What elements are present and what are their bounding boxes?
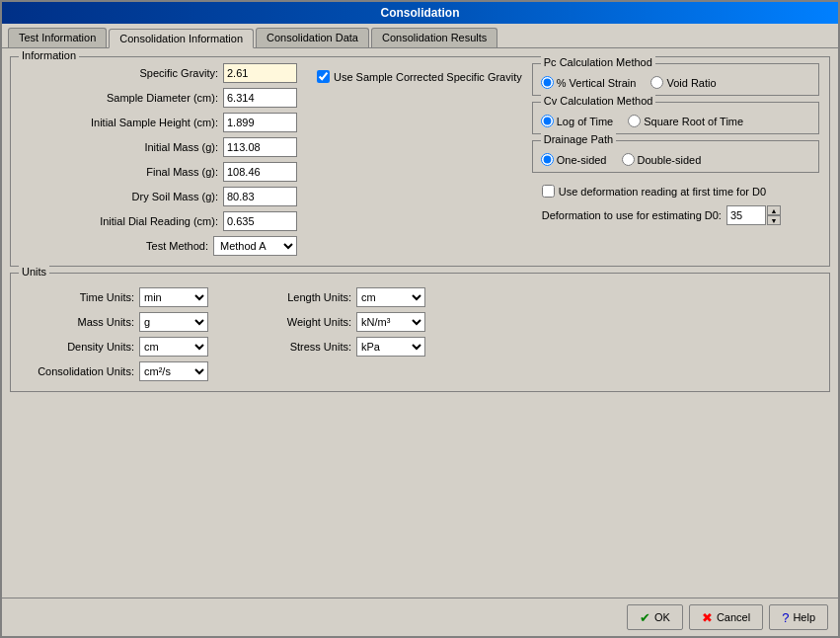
cancel-icon: ✖ <box>702 610 713 625</box>
cv-sqrt-time-radio[interactable] <box>628 115 641 127</box>
units-section: Time Units:minsechrMass Units:gkglbDensi… <box>21 287 819 381</box>
field-input-6[interactable] <box>223 211 297 231</box>
left-unit-select-3[interactable]: cm²/sm²/sin²/s <box>139 361 208 381</box>
field-input-4[interactable] <box>223 162 297 182</box>
right-unit-label-1: Weight Units: <box>238 316 356 328</box>
cv-sqrt-time-label: Square Root of Time <box>644 116 743 127</box>
d0-decrement-button[interactable]: ▼ <box>767 215 781 225</box>
tab-consolidation-information[interactable]: Consolidation Information <box>109 29 254 48</box>
pc-vertical-strain-label: % Vertical Strain <box>557 77 637 89</box>
pc-method-group: Pc Calculation Method % Vertical Strain … <box>532 63 819 96</box>
field-row-0: Specific Gravity: <box>21 63 297 83</box>
bottom-bar: ✔ OK ✖ Cancel ? Help <box>2 598 838 636</box>
drainage-double-sided-label: Double-sided <box>638 154 702 166</box>
right-unit-row-0: Length Units:cmmin <box>238 287 425 307</box>
field-label-1: Sample Diameter (cm): <box>21 92 223 104</box>
right-unit-select-0[interactable]: cmmin <box>356 287 425 307</box>
pc-void-ratio-radio[interactable] <box>650 76 663 89</box>
left-unit-label-3: Consolidation Units: <box>21 365 139 377</box>
field-row-3: Initial Mass (g): <box>21 137 297 157</box>
d0-row: Deformation to use for estimating D0: ▲ … <box>542 205 819 225</box>
ok-label: OK <box>654 611 670 623</box>
cv-log-time-radio[interactable] <box>541 115 554 127</box>
drainage-double-sided-radio[interactable] <box>622 153 635 166</box>
left-unit-row-3: Consolidation Units:cm²/sm²/sin²/s <box>21 361 208 381</box>
ok-button[interactable]: ✔ OK <box>627 604 683 630</box>
cancel-label: Cancel <box>717 611 750 623</box>
pc-void-ratio-option: Void Ratio <box>650 76 716 89</box>
left-unit-select-2[interactable]: cmmin <box>139 337 208 357</box>
field-label-3: Initial Mass (g): <box>21 141 223 153</box>
right-unit-row-1: Weight Units:kN/m³N/m³lb/ft³ <box>238 312 425 332</box>
drainage-double-sided-option: Double-sided <box>622 153 702 166</box>
pc-vertical-strain-radio[interactable] <box>541 76 554 89</box>
use-deformation-checkbox[interactable] <box>542 185 555 198</box>
left-unit-label-2: Density Units: <box>21 341 139 353</box>
right-unit-select-2[interactable]: kPaMPapsi <box>356 337 425 357</box>
right-unit-label-2: Stress Units: <box>238 341 356 353</box>
field-input-0[interactable] <box>223 63 297 83</box>
test-method-row: Test Method: Method A Method B <box>21 236 297 256</box>
deformation-checkbox-row: Use deformation reading at first time fo… <box>542 185 819 198</box>
test-method-label: Test Method: <box>21 240 213 252</box>
left-unit-row-1: Mass Units:gkglb <box>21 312 208 332</box>
cv-method-title: Cv Calculation Method <box>541 95 656 107</box>
field-input-2[interactable] <box>223 113 297 132</box>
use-sample-corrected-checkbox[interactable] <box>317 70 330 83</box>
tab-consolidation-data[interactable]: Consolidation Data <box>256 28 369 47</box>
left-units-col: Time Units:minsechrMass Units:gkglbDensi… <box>21 287 208 381</box>
content-area: Information Specific Gravity:Sample Diam… <box>2 48 838 598</box>
main-window: Consolidation Test Information Consolida… <box>0 0 840 638</box>
d0-increment-button[interactable]: ▲ <box>767 205 781 215</box>
units-group-title: Units <box>19 266 49 278</box>
drainage-path-group: Drainage Path One-sided Double-sided <box>532 140 819 173</box>
field-row-1: Sample Diameter (cm): <box>21 88 297 108</box>
window-title: Consolidation <box>381 6 460 20</box>
help-icon: ? <box>782 610 789 625</box>
fields-container: Specific Gravity:Sample Diameter (cm):In… <box>21 63 297 231</box>
field-input-5[interactable] <box>223 187 297 206</box>
field-label-0: Specific Gravity: <box>21 67 223 79</box>
field-row-5: Dry Soil Mass (g): <box>21 187 297 206</box>
test-method-select[interactable]: Method A Method B <box>213 236 297 256</box>
use-sample-corrected-checkbox-row: Use Sample Corrected Specific Gravity <box>317 70 522 83</box>
drainage-path-radio-row: One-sided Double-sided <box>541 153 810 166</box>
d0-spinner-buttons: ▲ ▼ <box>767 205 781 225</box>
pc-vertical-strain-option: % Vertical Strain <box>541 76 637 89</box>
pc-void-ratio-label: Void Ratio <box>666 77 716 89</box>
d0-value-input[interactable] <box>726 205 766 225</box>
field-row-6: Initial Dial Reading (cm): <box>21 211 297 231</box>
middle-col: Use Sample Corrected Specific Gravity <box>307 63 522 256</box>
left-unit-select-1[interactable]: gkglb <box>139 312 208 332</box>
help-button[interactable]: ? Help <box>769 604 828 630</box>
right-unit-row-2: Stress Units:kPaMPapsi <box>238 337 425 357</box>
field-input-1[interactable] <box>223 88 297 108</box>
drainage-one-sided-radio[interactable] <box>541 153 554 166</box>
title-bar: Consolidation <box>2 2 838 24</box>
left-unit-select-0[interactable]: minsechr <box>139 287 208 307</box>
field-label-5: Dry Soil Mass (g): <box>21 191 223 202</box>
drainage-one-sided-label: One-sided <box>557 154 607 166</box>
left-unit-row-0: Time Units:minsechr <box>21 287 208 307</box>
information-group-title: Information <box>19 49 79 61</box>
use-sample-corrected-label[interactable]: Use Sample Corrected Specific Gravity <box>334 71 522 83</box>
field-input-3[interactable] <box>223 137 297 157</box>
tab-bar: Test Information Consolidation Informati… <box>2 24 838 48</box>
cv-log-time-option: Log of Time <box>541 115 613 127</box>
d0-label: Deformation to use for estimating D0: <box>542 209 722 221</box>
left-unit-row-2: Density Units:cmmin <box>21 337 208 357</box>
pc-method-radio-row: % Vertical Strain Void Ratio <box>541 76 810 89</box>
tab-test-information[interactable]: Test Information <box>8 28 107 47</box>
field-label-6: Initial Dial Reading (cm): <box>21 215 223 227</box>
cancel-button[interactable]: ✖ Cancel <box>689 604 763 630</box>
ok-icon: ✔ <box>640 610 650 625</box>
field-row-2: Initial Sample Height (cm): <box>21 113 297 132</box>
right-unit-select-1[interactable]: kN/m³N/m³lb/ft³ <box>356 312 425 332</box>
cv-log-time-label: Log of Time <box>557 116 613 127</box>
help-label: Help <box>793 611 815 623</box>
units-group: Units Time Units:minsechrMass Units:gkgl… <box>10 273 830 392</box>
information-group: Information Specific Gravity:Sample Diam… <box>10 56 830 267</box>
use-deformation-label[interactable]: Use deformation reading at first time fo… <box>559 186 766 198</box>
cv-method-group: Cv Calculation Method Log of Time Square… <box>532 102 819 134</box>
tab-consolidation-results[interactable]: Consolidation Results <box>371 28 497 47</box>
